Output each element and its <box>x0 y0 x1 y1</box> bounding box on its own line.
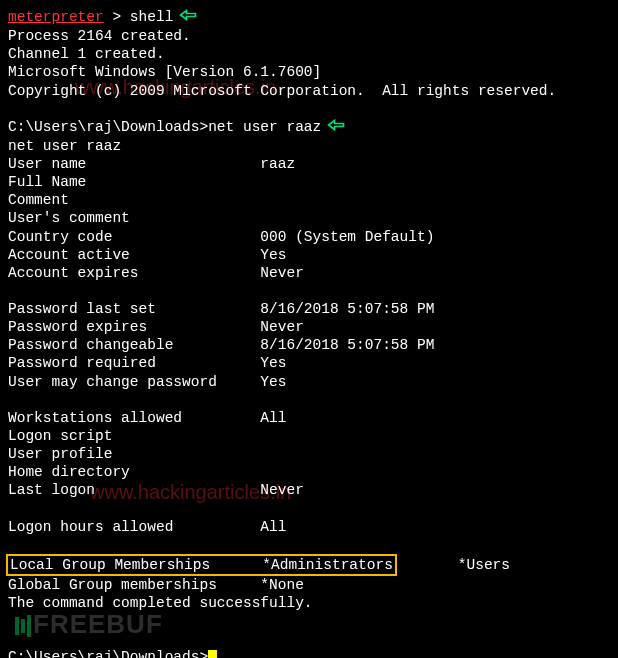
cmd-path: C:\Users\raj\Downloads> <box>8 649 208 658</box>
user-profile-row: User profile <box>8 445 610 463</box>
final-prompt-line[interactable]: C:\Users\raj\Downloads> <box>8 648 610 658</box>
fullname-row: Full Name <box>8 173 610 191</box>
country-row: Country code 000 (System Default) <box>8 228 610 246</box>
usercomment-row: User's comment <box>8 209 610 227</box>
account-active-row: Account active Yes <box>8 246 610 264</box>
logon-script-row: Logon script <box>8 427 610 445</box>
comment-row: Comment <box>8 191 610 209</box>
cmd-prompt-line: C:\Users\raj\Downloads>net user raaz <box>8 118 610 137</box>
success-line: The command completed successfully. <box>8 594 610 612</box>
pw-changeable-row: Password changeable 8/16/2018 5:07:58 PM <box>8 336 610 354</box>
meterpreter-prompt-line: meterpreter > shell <box>8 8 610 27</box>
global-group-row: Global Group memberships *None <box>8 576 610 594</box>
blank-line <box>8 282 610 300</box>
blank-line <box>8 536 610 554</box>
home-directory-row: Home directory <box>8 463 610 481</box>
windows-version-line: Microsoft Windows [Version 6.1.7600] <box>8 63 610 81</box>
logon-hours-row: Logon hours allowed All <box>8 518 610 536</box>
net-user-command: net user raaz <box>208 119 321 135</box>
blank-line <box>8 100 610 118</box>
account-expires-row: Account expires Never <box>8 264 610 282</box>
arrow-left-icon <box>179 8 197 27</box>
echo-command-line: net user raaz <box>8 137 610 155</box>
workstations-row: Workstations allowed All <box>8 409 610 427</box>
process-created-line: Process 2164 created. <box>8 27 610 45</box>
pw-last-set-row: Password last set 8/16/2018 5:07:58 PM <box>8 300 610 318</box>
channel-created-line: Channel 1 created. <box>8 45 610 63</box>
arrow-left-icon <box>327 118 345 137</box>
shell-command: shell <box>130 9 174 25</box>
blank-line <box>8 391 610 409</box>
username-row: User name raaz <box>8 155 610 173</box>
local-group-row: Local Group Memberships *Administrators … <box>8 554 610 576</box>
meterpreter-context: meterpreter <box>8 9 104 25</box>
pw-expires-row: Password expires Never <box>8 318 610 336</box>
terminal-output: meterpreter > shell Process 2164 created… <box>8 8 610 658</box>
blank-line <box>8 612 610 630</box>
blank-line <box>8 499 610 517</box>
pw-maychange-row: User may change password Yes <box>8 373 610 391</box>
cmd-path: C:\Users\raj\Downloads> <box>8 119 208 135</box>
blank-line <box>8 630 610 648</box>
copyright-line: Copyright (c) 2009 Microsoft Corporation… <box>8 82 610 100</box>
pw-required-row: Password required Yes <box>8 354 610 372</box>
cursor-icon <box>208 650 217 658</box>
last-logon-row: Last logon Never <box>8 481 610 499</box>
local-admin-highlight: Local Group Memberships *Administrators <box>6 554 397 576</box>
